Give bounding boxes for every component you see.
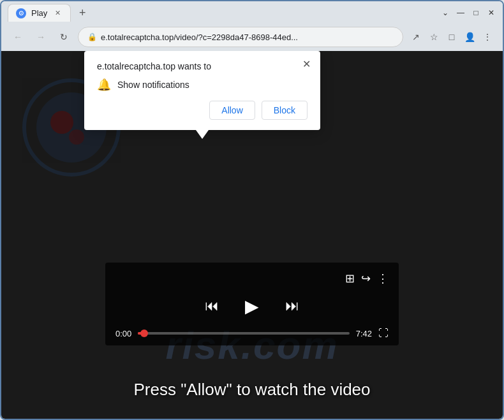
fullscreen-button[interactable]: ⛶ (378, 328, 389, 339)
address-bar: ← → ↻ 🔒 e.totalrecaptcha.top/video/?c=22… (1, 24, 503, 51)
title-bar: ⊙ Play ✕ + ⌄ — □ ✕ (1, 1, 503, 24)
share-icon[interactable]: ↗ (408, 29, 424, 45)
close-button[interactable]: ✕ (486, 8, 496, 18)
tab-strip: ⊙ Play ✕ + (8, 4, 435, 22)
next-button[interactable]: ⏭ (285, 298, 299, 314)
cta-text: Press "Allow" to watch the video (133, 380, 370, 400)
progress-fill (138, 332, 144, 335)
tab-favicon: ⊙ (16, 8, 26, 18)
forward-button[interactable]: → (32, 28, 50, 46)
progress-bar[interactable] (138, 332, 349, 335)
bell-icon: 🔔 (97, 78, 111, 92)
block-button[interactable]: Block (262, 101, 308, 120)
extension-icon[interactable]: □ (444, 29, 459, 45)
play-button[interactable]: ▶ (238, 292, 266, 320)
minimize-button[interactable]: — (456, 8, 466, 18)
share-video-icon[interactable]: ↪ (361, 272, 371, 286)
video-player: ⊞ ↪ ⋮ ⏮ ▶ ⏭ 0:00 7:42 ⛶ (105, 263, 399, 345)
new-tab-button[interactable]: + (73, 4, 91, 22)
progress-thumb (140, 329, 148, 337)
refresh-button[interactable]: ↻ (55, 28, 73, 46)
svg-point-2 (50, 111, 73, 134)
window-controls: ⌄ — □ ✕ (440, 8, 496, 18)
page-content: risk.com ⊞ ↪ ⋮ ⏮ ▶ ⏭ 0:00 7:42 (1, 51, 503, 419)
svg-point-3 (69, 129, 84, 145)
add-to-queue-icon[interactable]: ⊞ (345, 272, 355, 286)
popup-title: e.totalrecaptcha.top wants to (97, 61, 308, 71)
popup-arrow (196, 130, 209, 139)
current-time: 0:00 (115, 329, 131, 338)
address-input[interactable]: 🔒 e.totalrecaptcha.top/video/?c=2298da47… (78, 27, 403, 47)
chrome-menu-icon[interactable]: ⌄ (440, 8, 450, 18)
browser-window: ⊙ Play ✕ + ⌄ — □ ✕ ← → ↻ 🔒 e.totalrecapt… (0, 0, 504, 420)
player-main-controls: ⏮ ▶ ⏭ (115, 292, 389, 320)
address-actions: ↗ ☆ □ 👤 ⋮ (408, 29, 495, 45)
more-options-icon[interactable]: ⋮ (377, 272, 389, 286)
maximize-button[interactable]: □ (471, 8, 481, 18)
allow-button[interactable]: Allow (209, 101, 255, 120)
chrome-menu-button[interactable]: ⋮ (480, 29, 495, 45)
popup-close-button[interactable]: ✕ (300, 57, 313, 70)
notification-label: Show notifications (117, 80, 189, 90)
prev-button[interactable]: ⏮ (205, 298, 219, 314)
back-button[interactable]: ← (9, 28, 27, 46)
account-icon[interactable]: 👤 (462, 29, 477, 45)
tab-label: Play (31, 8, 47, 18)
bookmark-icon[interactable]: ☆ (426, 29, 441, 45)
time-bar: 0:00 7:42 ⛶ (115, 328, 389, 339)
active-tab[interactable]: ⊙ Play ✕ (8, 4, 71, 22)
total-time: 7:42 (356, 329, 372, 338)
lock-icon: 🔒 (87, 33, 97, 41)
popup-actions: Allow Block (97, 101, 308, 120)
tab-close-button[interactable]: ✕ (52, 8, 63, 18)
player-top-controls: ⊞ ↪ ⋮ (115, 272, 389, 286)
popup-notification-row: 🔔 Show notifications (97, 78, 308, 92)
notification-popup: ✕ e.totalrecaptcha.top wants to 🔔 Show n… (84, 51, 320, 130)
url-text: e.totalrecaptcha.top/video/?c=2298da47-8… (101, 33, 394, 42)
